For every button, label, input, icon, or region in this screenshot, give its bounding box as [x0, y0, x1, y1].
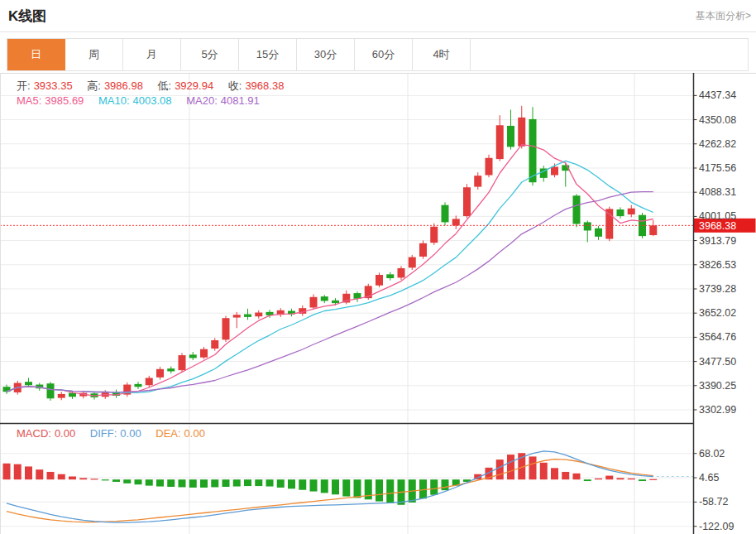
macd-bar[interactable] — [14, 464, 22, 480]
candle[interactable] — [463, 184, 471, 218]
macd-bar[interactable] — [595, 479, 602, 479]
candle[interactable] — [496, 115, 504, 161]
candle[interactable] — [628, 205, 635, 218]
macd-bar[interactable] — [496, 459, 504, 479]
candle[interactable] — [189, 352, 197, 360]
macd-bar[interactable] — [112, 479, 120, 482]
candle[interactable] — [354, 291, 361, 302]
candle[interactable] — [430, 224, 438, 245]
macd-bar[interactable] — [123, 479, 131, 483]
macd-bar[interactable] — [277, 479, 285, 488]
candle[interactable] — [562, 163, 569, 187]
candle[interactable] — [244, 309, 251, 320]
candle[interactable] — [222, 316, 230, 342]
candle[interactable] — [584, 220, 591, 242]
candle[interactable] — [321, 295, 328, 303]
tab-hour4[interactable]: 4时 — [413, 39, 471, 70]
candle[interactable] — [58, 392, 65, 400]
macd-bar[interactable] — [25, 466, 32, 479]
macd-bar[interactable] — [3, 464, 11, 479]
tab-min15[interactable]: 15分 — [239, 39, 297, 70]
candle[interactable] — [112, 390, 120, 398]
tab-min30[interactable]: 30分 — [297, 39, 355, 70]
macd-bar[interactable] — [332, 479, 339, 494]
macd-bar[interactable] — [430, 479, 438, 495]
tab-min5[interactable]: 5分 — [181, 39, 239, 70]
candle[interactable] — [310, 294, 318, 309]
macd-bar[interactable] — [442, 479, 449, 490]
macd-bar[interactable] — [47, 472, 55, 479]
macd-bar[interactable] — [551, 468, 558, 479]
macd-bar[interactable] — [179, 479, 186, 487]
macd-bar[interactable] — [365, 479, 372, 499]
candle[interactable] — [179, 353, 186, 372]
candle[interactable] — [200, 347, 208, 359]
candle[interactable] — [211, 338, 218, 350]
macd-bar[interactable] — [617, 478, 624, 479]
macd-bar[interactable] — [584, 479, 591, 481]
macd-bar[interactable] — [102, 479, 109, 480]
macd-bar[interactable] — [529, 456, 537, 479]
candle[interactable] — [167, 366, 175, 373]
candle[interactable] — [474, 172, 481, 190]
macd-bar[interactable] — [58, 474, 65, 479]
candle[interactable] — [299, 305, 306, 316]
candle[interactable] — [398, 266, 405, 280]
candle[interactable] — [507, 110, 514, 150]
candle[interactable] — [649, 220, 657, 236]
macd-bar[interactable] — [562, 472, 569, 479]
macd-bar[interactable] — [211, 479, 218, 487]
tab-day[interactable]: 日 — [7, 39, 65, 70]
macd-bar[interactable] — [69, 476, 76, 479]
macd-bar[interactable] — [189, 479, 197, 488]
macd-bar[interactable] — [200, 479, 208, 488]
macd-bar[interactable] — [299, 479, 306, 490]
candle[interactable] — [452, 215, 460, 229]
macd-bar[interactable] — [649, 479, 657, 480]
candle[interactable] — [277, 308, 285, 317]
candle[interactable] — [47, 382, 55, 401]
candle[interactable] — [288, 309, 295, 316]
macd-bar[interactable] — [288, 479, 295, 488]
macd-bar[interactable] — [540, 463, 548, 479]
tab-week[interactable]: 周 — [65, 39, 123, 70]
candle[interactable] — [376, 272, 383, 287]
macd-bar[interactable] — [79, 478, 87, 479]
macd-bar[interactable] — [233, 479, 241, 486]
macd-bar[interactable] — [244, 479, 251, 486]
macd-bar[interactable] — [255, 479, 262, 486]
candle[interactable] — [233, 312, 241, 328]
fundamental-analysis-link[interactable]: 基本面分析> — [696, 9, 751, 23]
candle[interactable] — [573, 194, 581, 227]
macd-bar[interactable] — [354, 479, 361, 498]
macd-bar[interactable] — [639, 479, 646, 481]
macd-bar[interactable] — [167, 479, 175, 487]
macd-bar[interactable] — [605, 476, 613, 480]
macd-bar[interactable] — [507, 455, 514, 479]
macd-bar[interactable] — [156, 479, 164, 486]
macd-bar[interactable] — [386, 479, 394, 503]
candle[interactable] — [342, 291, 350, 305]
macd-bar[interactable] — [573, 474, 581, 479]
tab-month[interactable]: 月 — [123, 39, 181, 70]
candle[interactable] — [123, 382, 131, 397]
candle[interactable] — [386, 272, 394, 281]
macd-bar[interactable] — [321, 479, 328, 493]
macd-bar[interactable] — [135, 479, 142, 484]
macd-bar[interactable] — [146, 479, 153, 485]
candle[interactable] — [409, 255, 416, 270]
candle[interactable] — [156, 367, 164, 379]
candle[interactable] — [442, 202, 449, 225]
macd-bar[interactable] — [310, 479, 318, 491]
candle[interactable] — [486, 155, 493, 177]
candle[interactable] — [135, 382, 142, 389]
candle[interactable] — [255, 310, 262, 319]
macd-bar[interactable] — [342, 479, 350, 496]
macd-bar[interactable] — [266, 479, 274, 486]
macd-bar[interactable] — [376, 479, 383, 501]
candle[interactable] — [419, 241, 427, 259]
macd-bar[interactable] — [36, 469, 43, 479]
macd-bar[interactable] — [222, 479, 230, 487]
tab-min60[interactable]: 60分 — [355, 39, 413, 70]
macd-bar[interactable] — [628, 479, 635, 479]
